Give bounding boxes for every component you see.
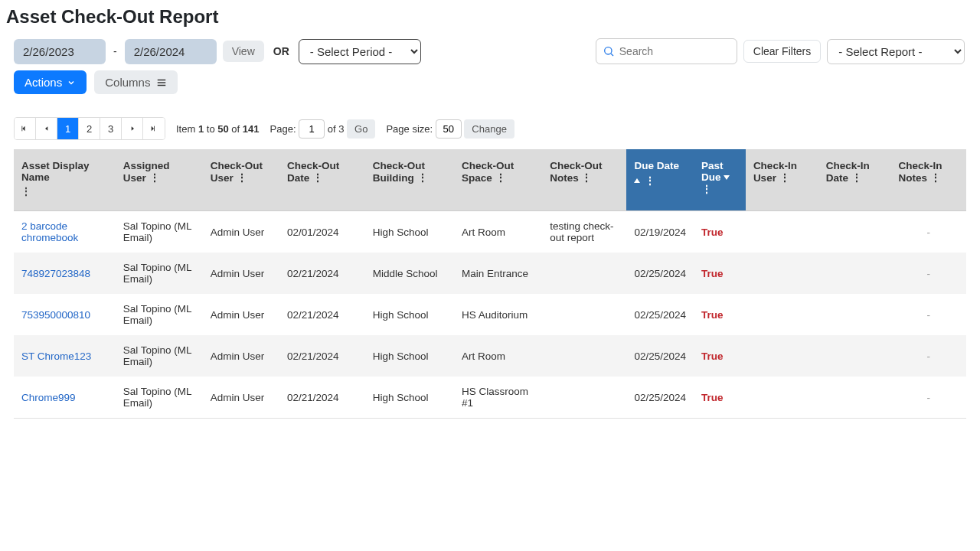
pager-prev[interactable] [36,118,57,139]
due-date-cell: 02/19/2024 [626,211,694,253]
asset-link[interactable]: 2 barcode chromebook [21,220,78,243]
column-menu-icon[interactable]: ⋮ [581,172,592,184]
past-due-cell: True [694,335,746,377]
col-checkin-user[interactable]: Check-In User ⋮ [746,149,818,211]
report-select[interactable]: - Select Report - [827,39,965,64]
date-to-input[interactable] [125,39,217,64]
due-date-cell: 02/25/2024 [626,294,694,335]
checkout-space-cell: HS Classroom #1 [454,377,542,419]
col-checkout-building[interactable]: Check-Out Building ⋮ [365,149,454,211]
svg-marker-8 [131,126,133,130]
checkin-date-cell [818,211,891,253]
prev-icon [44,125,50,132]
asset-link[interactable]: 753950000810 [21,309,90,321]
change-button[interactable]: Change [464,119,514,139]
svg-rect-10 [154,126,155,132]
checkin-date-cell [818,377,891,419]
svg-marker-7 [45,126,47,130]
page-input[interactable] [299,119,325,139]
checkout-notes-cell: testing check-out report [542,211,626,253]
date-from-input[interactable] [14,39,106,64]
actions-button[interactable]: Actions [14,70,87,94]
columns-label: Columns [105,76,150,89]
svg-point-0 [604,47,611,54]
date-separator: - [112,45,119,57]
checkout-date-cell: 02/21/2024 [279,253,365,294]
checkout-date-cell: 02/21/2024 [279,335,365,377]
actions-label: Actions [24,76,62,89]
col-checkout-space[interactable]: Check-Out Space ⋮ [454,149,542,211]
sort-desc-icon [724,175,730,180]
asset-link[interactable]: Chrome999 [21,392,76,403]
checkout-user-cell: Admin User [203,377,279,419]
pager-last[interactable] [143,118,165,139]
page-size-group: Page size: Change [386,119,514,139]
checkin-user-cell [746,253,818,294]
col-checkout-date[interactable]: Check-Out Date ⋮ [279,149,365,211]
col-checkout-notes[interactable]: Check-Out Notes ⋮ [542,149,626,211]
checkin-user-cell [746,335,818,377]
assigned-user-cell: Sal Topino (ML Email) [116,377,203,419]
assigned-user-cell: Sal Topino (ML Email) [116,335,203,377]
col-asset-display-name[interactable]: Asset Display Name⋮ [14,149,116,211]
search-input[interactable] [615,42,730,60]
checkout-user-cell: Admin User [203,253,279,294]
column-menu-icon[interactable]: ⋮ [149,172,160,184]
column-menu-icon[interactable]: ⋮ [312,172,323,184]
column-menu-icon[interactable]: ⋮ [645,174,655,187]
search-wrap[interactable] [596,38,737,64]
go-button[interactable]: Go [347,119,375,139]
checkin-notes-cell: - [890,294,966,335]
checkout-space-cell: Art Room [454,335,542,377]
pager-first[interactable] [15,118,36,139]
col-assigned-user[interactable]: Assigned User ⋮ [116,149,203,211]
checkout-user-cell: Admin User [203,294,279,335]
item-range: Item 1 to 50 of 141 [176,123,260,135]
column-menu-icon[interactable]: ⋮ [495,172,506,184]
checkin-notes-cell: - [890,377,966,419]
view-button[interactable]: View [223,41,264,62]
checkout-notes-cell [542,294,626,335]
checkout-date-cell: 02/21/2024 [279,377,365,419]
period-select[interactable]: - Select Period - [299,39,421,64]
checkin-notes-cell: - [890,253,966,294]
column-menu-icon[interactable]: ⋮ [237,172,247,184]
checkout-notes-cell [542,377,626,419]
pager-page-3[interactable]: 3 [100,118,122,139]
checkin-date-cell [818,294,891,335]
col-due-date[interactable]: Due Date ⋮ [626,149,694,211]
column-menu-icon[interactable]: ⋮ [701,184,712,195]
column-menu-icon[interactable]: ⋮ [779,172,790,184]
table-row: Chrome999Sal Topino (ML Email)Admin User… [14,377,966,419]
pager-next[interactable] [122,118,143,139]
svg-marker-5 [22,126,24,132]
checkin-date-cell [818,253,891,294]
due-date-cell: 02/25/2024 [626,253,694,294]
assigned-user-cell: Sal Topino (ML Email) [116,294,203,335]
asset-link[interactable]: ST Chrome123 [21,350,91,362]
clear-filters-button[interactable]: Clear Filters [743,40,821,63]
pager-page-1[interactable]: 1 [57,118,79,139]
column-menu-icon[interactable]: ⋮ [21,186,31,197]
list-icon [156,77,167,88]
asset-link[interactable]: 748927023848 [21,268,90,279]
table-row: 748927023848Sal Topino (ML Email)Admin U… [14,253,966,294]
table-row: 2 barcode chromebookSal Topino (ML Email… [14,211,966,253]
columns-button[interactable]: Columns [94,70,178,94]
pager-page-2[interactable]: 2 [79,118,100,139]
col-past-due[interactable]: Past Due ⋮ [694,149,746,211]
col-checkout-user[interactable]: Check-Out User ⋮ [203,149,279,211]
column-menu-icon[interactable]: ⋮ [930,172,941,184]
or-label: OR [270,45,292,57]
checkout-date-cell: 02/21/2024 [279,294,365,335]
page-size-input[interactable] [436,119,462,139]
past-due-cell: True [694,253,746,294]
due-date-cell: 02/25/2024 [626,377,694,419]
last-icon [150,125,158,132]
column-menu-icon[interactable]: ⋮ [417,172,428,184]
col-checkin-notes[interactable]: Check-In Notes ⋮ [890,149,966,211]
column-menu-icon[interactable]: ⋮ [851,172,862,184]
col-checkin-date[interactable]: Check-In Date ⋮ [818,149,891,211]
checkout-space-cell: HS Auditorium [454,294,542,335]
sort-asc-icon [634,178,640,183]
